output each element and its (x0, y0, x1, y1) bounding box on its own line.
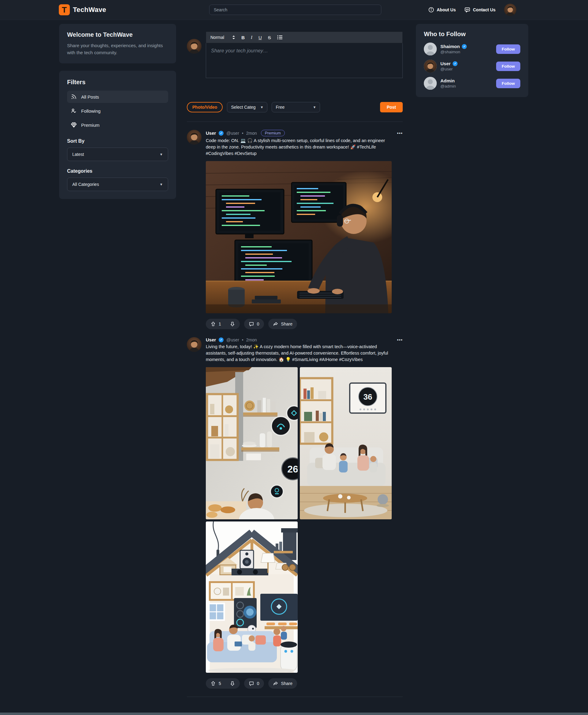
left-sidebar: Welcome to TechWave Share your thoughts,… (59, 24, 176, 199)
downvote-icon[interactable] (230, 321, 235, 327)
underline-button[interactable]: U (258, 35, 262, 40)
editor-input-area[interactable]: Share your tech journey… (206, 43, 403, 78)
italic-button[interactable]: I (251, 35, 252, 40)
share-icon (273, 681, 278, 686)
post-author-name[interactable]: User (206, 337, 216, 342)
bullet-list-icon[interactable] (277, 35, 283, 40)
post-menu-button[interactable]: ••• (397, 337, 403, 342)
bottom-scroll-strip[interactable] (0, 713, 588, 715)
filter-all-posts[interactable]: All Posts (67, 91, 168, 103)
suggested-user-handle: @shaimon (440, 49, 492, 54)
follow-button[interactable]: Follow (496, 44, 520, 54)
post-media (206, 161, 392, 313)
avatar (424, 43, 437, 56)
top-navbar: T TechWave About Us Contact Us (0, 0, 588, 20)
premium-badge: Premium (261, 130, 285, 136)
meta-separator: • (242, 337, 244, 342)
smart-house-illustration (206, 522, 298, 673)
post-actions: 1 0 Share (206, 319, 403, 329)
format-value: Normal (210, 35, 224, 40)
photo-video-button[interactable]: Photo/Video (187, 102, 223, 112)
search-bar (209, 5, 381, 15)
sort-by-heading: Sort By (67, 139, 168, 144)
sort-by-value: Latest (72, 152, 84, 157)
editor-placeholder: Share your tech journey… (211, 48, 398, 54)
comment-icon (249, 681, 254, 686)
follow-button[interactable]: Follow (496, 62, 520, 71)
categories-heading: Categories (67, 168, 168, 174)
post-image-family-room[interactable]: 36 (300, 367, 392, 519)
share-label: Share (281, 681, 292, 686)
share-label: Share (281, 321, 292, 327)
avatar (424, 77, 437, 90)
suggested-user-handle: @admin (440, 84, 492, 88)
vote-pill: 5 (206, 678, 240, 689)
post-text: Code mode: ON. 💻 🎧 A stylish multi-scree… (206, 138, 393, 157)
header-actions: About Us Contact Us (428, 4, 529, 16)
comment-pill[interactable]: 0 (244, 319, 264, 329)
pricing-dropdown[interactable]: Free ▼ (272, 102, 320, 112)
post-author-avatar[interactable] (187, 130, 202, 145)
downvote-icon[interactable] (230, 681, 235, 686)
bold-button[interactable]: B (241, 35, 245, 40)
chat-icon (464, 7, 470, 13)
composer-actions: Photo/Video Select Categ ▼ Free ▼ Post (187, 102, 403, 112)
post-image-smart-wall[interactable]: 26 (206, 367, 298, 519)
comment-count: 0 (257, 681, 259, 686)
post-menu-button[interactable]: ••• (397, 130, 403, 136)
contact-us-link[interactable]: Contact Us (464, 7, 496, 13)
welcome-card: Welcome to TechWave Share your thoughts,… (59, 24, 176, 63)
post-timestamp: 2mon (246, 131, 257, 136)
strikethrough-button[interactable]: S (268, 35, 271, 40)
feed-divider (187, 697, 403, 697)
updown-arrows-icon (232, 35, 235, 40)
post-author-handle: @user (226, 337, 239, 342)
suggested-user-name[interactable]: User (440, 61, 450, 66)
dev-setup-illustration (206, 161, 392, 313)
search-input[interactable] (209, 5, 381, 15)
brand-name: TechWave (73, 6, 106, 14)
category-dropdown[interactable]: Select Categ ▼ (227, 102, 267, 112)
filters-title: Filters (67, 79, 168, 86)
suggested-user-handle: @user (440, 67, 492, 71)
about-us-link[interactable]: About Us (428, 7, 456, 13)
filter-premium[interactable]: Premium (67, 119, 168, 131)
upvote-icon[interactable] (210, 321, 216, 327)
profile-avatar[interactable] (504, 4, 516, 16)
composer-avatar (187, 39, 202, 54)
sort-by-select[interactable]: Latest ▼ (67, 148, 168, 161)
brand[interactable]: T TechWave (59, 4, 106, 15)
rss-icon (71, 94, 77, 100)
comment-pill[interactable]: 0 (244, 678, 264, 689)
suggested-user-row: User ✓ @user Follow (424, 60, 520, 72)
suggested-user-name[interactable]: Admin (440, 78, 455, 83)
post-author-avatar[interactable] (187, 337, 202, 352)
post-media: 26 (206, 367, 392, 673)
editor-toolbar: Normal B I U S (206, 31, 403, 43)
post-author-name[interactable]: User (206, 130, 216, 136)
who-to-follow-card: Who to Follow Shaimon ✓ @shaimon Follow (416, 24, 528, 97)
post-composer: Normal B I U S Shar (187, 31, 403, 78)
filters-card: Filters All Posts Following Premium S (59, 71, 176, 199)
post-image-smart-house[interactable] (206, 522, 298, 673)
main-feed: Normal B I U S Shar (187, 24, 403, 697)
chevron-down-icon: ▼ (160, 183, 163, 186)
family-room-illustration: 36 (300, 367, 392, 519)
upvote-icon[interactable] (210, 681, 216, 686)
categories-select[interactable]: All Categories ▼ (67, 177, 168, 191)
post-image-dev-setup[interactable] (206, 161, 392, 313)
share-pill[interactable]: Share (268, 678, 297, 689)
suggested-user-name[interactable]: Shaimon (440, 44, 460, 49)
post-button[interactable]: Post (380, 102, 403, 112)
follow-button[interactable]: Follow (496, 79, 520, 88)
share-pill[interactable]: Share (268, 319, 297, 329)
filter-following[interactable]: Following (67, 105, 168, 117)
categories-value: All Categories (72, 182, 99, 187)
verified-badge-icon: ✓ (462, 44, 467, 49)
welcome-title: Welcome to TechWave (67, 31, 168, 38)
techwave-logo-icon: T (59, 4, 70, 15)
verified-badge-icon: ✓ (219, 131, 224, 136)
upvote-count: 1 (219, 321, 221, 327)
format-select[interactable]: Normal (210, 35, 235, 40)
about-us-label: About Us (437, 7, 456, 12)
